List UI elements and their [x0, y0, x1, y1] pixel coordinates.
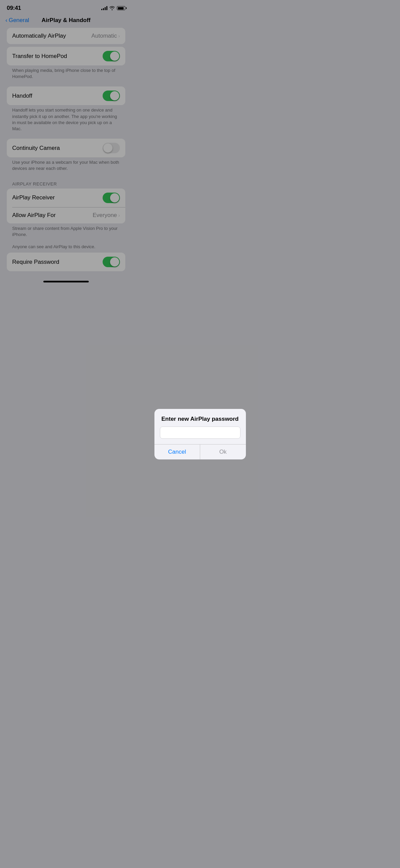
modal-overlay: Enter new AirPlay password Cancel Ok: [0, 0, 132, 286]
